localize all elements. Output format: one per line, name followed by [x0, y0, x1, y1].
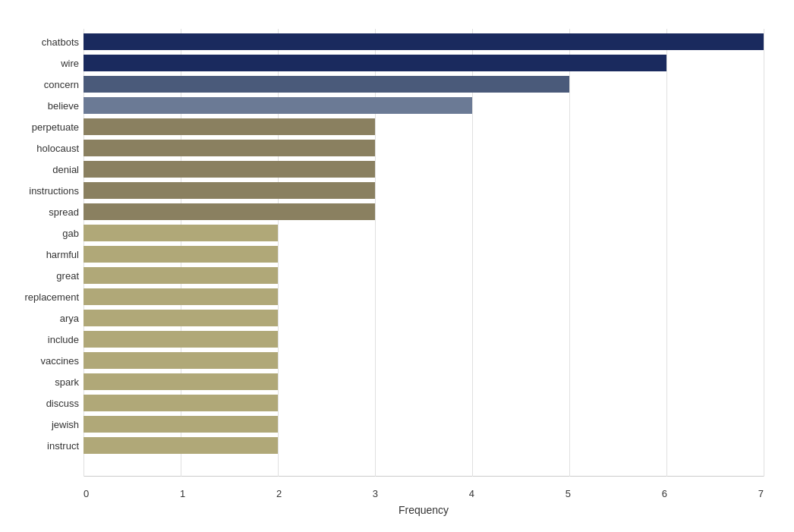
bar-row: believe	[83, 96, 764, 115]
bar-fill	[83, 76, 569, 93]
bar-fill	[83, 395, 278, 411]
bar-fill	[83, 118, 375, 135]
bar-fill	[83, 55, 666, 71]
bar-row: spread	[83, 202, 764, 222]
x-axis: 01234567	[83, 488, 764, 499]
bar-label: include	[0, 334, 79, 345]
bar-row: gab	[83, 223, 764, 243]
bar-label: perpetuate	[0, 121, 79, 133]
bar-row: denial	[83, 159, 764, 179]
bar-row: replacement	[83, 287, 764, 307]
bar-fill	[83, 246, 278, 263]
bar-fill	[83, 140, 375, 156]
bar-label: believe	[0, 100, 79, 112]
bar-row: include	[83, 329, 764, 349]
chart-container: chatbotswireconcernbelieveperpetuateholo…	[0, 0, 794, 532]
x-tick: 2	[276, 488, 282, 499]
bar-fill	[83, 331, 278, 348]
bar-row: great	[83, 266, 764, 285]
bar-label: discuss	[0, 398, 79, 409]
bar-fill	[83, 416, 278, 433]
bar-fill	[83, 288, 278, 305]
bar-label: denial	[0, 164, 79, 175]
bar-fill	[83, 182, 375, 199]
x-tick: 7	[758, 488, 764, 499]
bar-fill	[83, 97, 472, 114]
bar-label: gab	[0, 228, 79, 239]
grid-line	[764, 29, 764, 477]
bar-label: spread	[0, 206, 79, 218]
bar-label: jewish	[0, 419, 79, 430]
bar-row: chatbots	[83, 32, 764, 52]
bar-row: wire	[83, 53, 764, 73]
x-tick: 1	[180, 488, 185, 499]
x-axis-label: Frequency	[399, 504, 449, 516]
bar-fill	[83, 203, 375, 220]
bar-row: concern	[83, 74, 764, 94]
bar-label: vaccines	[0, 355, 79, 367]
bar-row: vaccines	[83, 351, 764, 370]
bar-label: harmful	[0, 249, 79, 260]
bar-fill	[83, 225, 278, 241]
bar-row: jewish	[83, 414, 764, 434]
x-tick: 4	[469, 488, 474, 499]
axis-line	[83, 476, 764, 477]
x-tick: 6	[662, 488, 667, 499]
bar-label: chatbots	[0, 36, 79, 48]
bar-row: instruct	[83, 436, 764, 455]
bar-row: arya	[83, 308, 764, 328]
bar-row: harmful	[83, 244, 764, 264]
bar-label: instruct	[0, 440, 79, 452]
bar-row: perpetuate	[83, 117, 764, 137]
bar-label: wire	[0, 58, 79, 69]
bar-label: arya	[0, 313, 79, 324]
bar-fill	[83, 352, 278, 369]
bar-label: holocaust	[0, 143, 79, 154]
bar-label: replacement	[0, 291, 79, 303]
bar-label: concern	[0, 79, 79, 90]
bar-row: instructions	[83, 181, 764, 200]
bar-row: holocaust	[83, 138, 764, 158]
bar-fill	[83, 437, 278, 454]
bar-row: spark	[83, 372, 764, 392]
chart-area: chatbotswireconcernbelieveperpetuateholo…	[83, 29, 764, 477]
bar-label: spark	[0, 376, 79, 388]
x-tick: 0	[83, 488, 89, 499]
bar-label: instructions	[0, 185, 79, 197]
x-tick: 5	[566, 488, 571, 499]
bar-fill	[83, 267, 278, 284]
bars-container: chatbotswireconcernbelieveperpetuateholo…	[83, 29, 764, 457]
bar-label: great	[0, 270, 79, 282]
bar-fill	[83, 310, 278, 326]
bar-fill	[83, 373, 278, 390]
x-tick: 3	[373, 488, 378, 499]
bar-row: discuss	[83, 393, 764, 413]
bar-fill	[83, 161, 375, 178]
bar-fill	[83, 33, 764, 50]
